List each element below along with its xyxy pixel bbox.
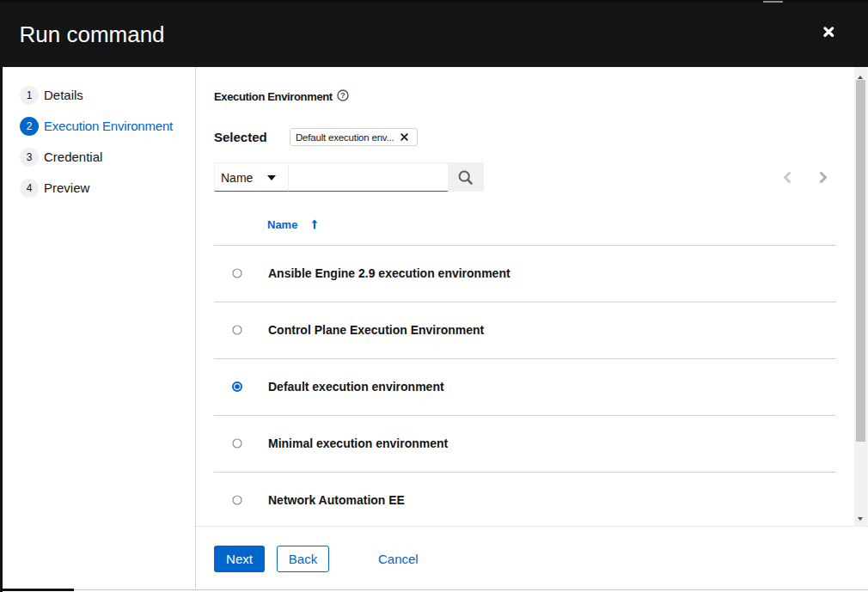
svg-text:?: ? (340, 90, 345, 100)
